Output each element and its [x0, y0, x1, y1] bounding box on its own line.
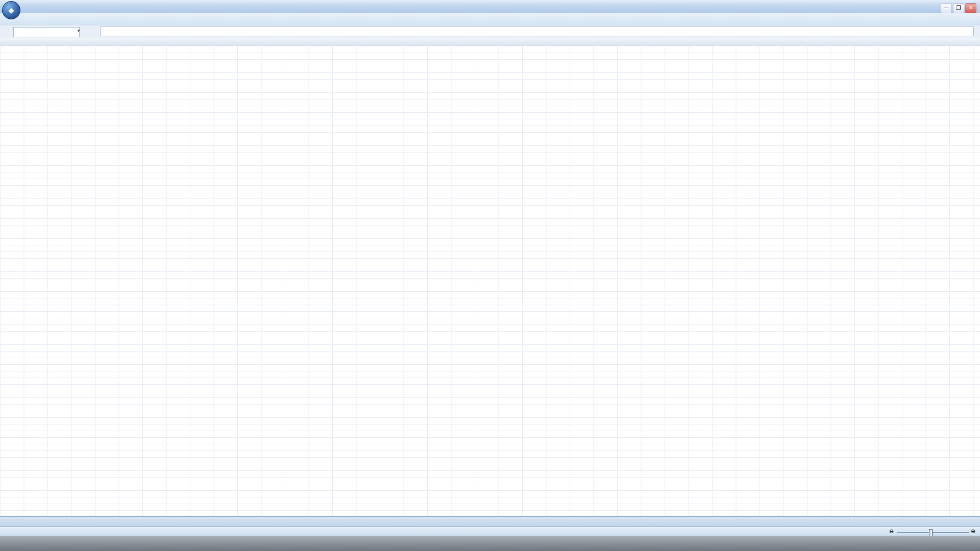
zoom-slider[interactable]: [897, 532, 969, 533]
name-box[interactable]: [13, 27, 80, 37]
status-bar: ⊖ ⊕: [0, 527, 980, 536]
title-bar: ◆ ─❐✕: [0, 0, 980, 14]
taskbar: [0, 536, 980, 551]
office-button[interactable]: ◆: [2, 1, 20, 19]
zoom-out-button[interactable]: ⊖: [889, 528, 894, 535]
zoom-in-button[interactable]: ⊕: [971, 528, 975, 535]
formula-bar: ▼: [0, 26, 980, 38]
restore-button[interactable]: ❐: [953, 3, 964, 13]
column-headers: [0, 38, 980, 46]
close-button[interactable]: ✕: [965, 3, 976, 13]
ribbon-tabs: [0, 13, 980, 26]
zoom-slider-thumb[interactable]: [929, 529, 933, 536]
name-box-arrow[interactable]: ▼: [77, 29, 81, 33]
grid: [0, 46, 980, 516]
excel-window: ◆ ─❐✕ ▼ ⊖ ⊕: [0, 0, 980, 551]
minimize-button[interactable]: ─: [941, 3, 952, 13]
formula-input[interactable]: [100, 27, 974, 36]
sheet-tab-bar: [0, 516, 980, 527]
